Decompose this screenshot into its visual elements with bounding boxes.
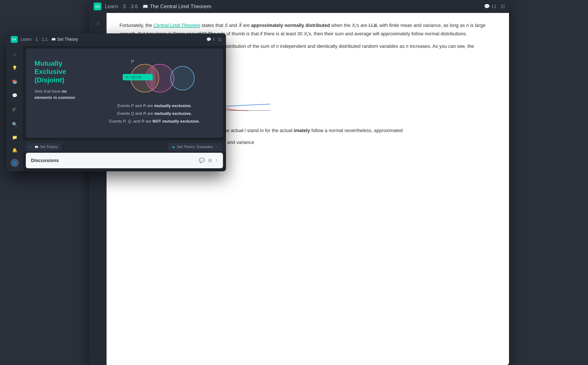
- event-desc-2: Events Q and R are mutually exclusive.: [109, 110, 200, 117]
- sidebar-item-grade[interactable]: 🎓: [10, 105, 19, 113]
- main-logo: CA: [11, 36, 18, 43]
- main-sep3: ·: [49, 37, 50, 42]
- lesson-subtitle-prefix: Sets that have: [34, 89, 62, 93]
- event-desc-1: Events P and R are mutually exclusive.: [109, 102, 200, 110]
- sidebar-item-home[interactable]: ⌂: [10, 50, 19, 58]
- bg-title: The Central Limit Theorem: [150, 3, 211, 9]
- main-learn-label[interactable]: Learn: [21, 37, 32, 42]
- bg-num: 3: [123, 3, 126, 9]
- sidebar-folder[interactable]: 📁: [10, 133, 19, 141]
- venn-label-p: P: [131, 59, 134, 64]
- event-descriptions: Events P and R are mutually exclusive. E…: [109, 102, 200, 125]
- main-num1: 1: [35, 37, 38, 42]
- user-avatar[interactable]: 👤: [11, 159, 19, 167]
- bg-titlebar: CA Learn · 3 · 3.6 · 📖 The Central Limit…: [89, 0, 509, 13]
- discussions-panel: Discussions 💬 ⊞ ↑: [26, 153, 223, 168]
- main-window: CA Learn · 1 · 1.1 · 📖 Set Theory 💬 3 ⊡ …: [7, 33, 226, 171]
- bg-sep1: ·: [120, 3, 121, 9]
- comment-count: 3: [212, 37, 215, 42]
- nav-prev-button[interactable]: ← 📖 Set Theory: [26, 143, 61, 151]
- lesson-left: Mutually Exclusive (Disjoint) Sets that …: [26, 49, 86, 138]
- main-layout-icon[interactable]: ⊡: [218, 37, 222, 42]
- bg-actions: 💬 11 ⊡: [484, 4, 505, 9]
- bg-comment-icon[interactable]: 💬 11: [484, 4, 497, 9]
- main-num2: 1.1: [41, 37, 47, 42]
- event-desc-3: Events P, Q, and R are NOT mutually excl…: [109, 117, 200, 125]
- sidebar-search[interactable]: 🔍: [10, 120, 19, 129]
- nav-next-icon: →: [215, 145, 218, 149]
- bg-book-icon: 📖: [143, 4, 148, 9]
- svg-text:P ∩ Q ≠ ∅: P ∩ Q ≠ ∅: [126, 75, 141, 79]
- nav-prev-book-icon: 📖: [35, 145, 38, 149]
- main-actions: 💬 3 ⊡: [206, 37, 222, 42]
- main-titlebar: CA Learn · 1 · 1.1 · 📖 Set Theory 💬 3 ⊡: [7, 33, 226, 45]
- discussions-comment-icon[interactable]: 💬: [199, 158, 205, 163]
- sidebar-bottom: 🔍 📁 🔔 👤: [10, 120, 19, 167]
- main-sep2: ·: [39, 37, 41, 42]
- bg-section: 3.6: [131, 3, 138, 9]
- main-title-icon-book: 📖: [51, 37, 56, 41]
- nav-prev-label: Set Theory: [40, 145, 58, 149]
- lesson-subtitle: Sets that have no elements in common: [34, 88, 80, 101]
- nav-prev-icon: ←: [29, 145, 33, 149]
- discussions-actions: 💬 ⊞ ↑: [199, 158, 218, 163]
- comment-icon: 💬: [206, 37, 211, 42]
- bg-logo: CA: [94, 3, 101, 10]
- main-breadcrumb: Learn · 1 · 1.1 · 📖 Set Theory: [21, 37, 78, 42]
- lesson-right: P P ∩ Q ≠ ∅: [86, 49, 223, 138]
- discussions-title: Discussions: [31, 158, 59, 163]
- sidebar-item-practice[interactable]: 📚: [10, 77, 19, 86]
- bg-sidebar-home[interactable]: ⌂: [93, 18, 103, 28]
- discussions-grid-icon[interactable]: ⊞: [208, 158, 212, 163]
- bg-sep2: ·: [128, 3, 129, 9]
- bg-layout-icon[interactable]: ⊡: [501, 4, 505, 9]
- discussions-share-icon[interactable]: ↑: [216, 158, 218, 163]
- main-comment-badge[interactable]: 💬 3: [206, 37, 215, 42]
- svg-point-5: [171, 66, 194, 90]
- sidebar-notifications[interactable]: 🔔: [10, 146, 19, 154]
- lesson-title: Mutually Exclusive (Disjoint): [34, 59, 80, 84]
- sidebar-item-discuss[interactable]: 💬: [10, 91, 19, 100]
- nav-next-button[interactable]: ▶ Set Theory: Examples →: [168, 143, 223, 151]
- nav-next-play-icon: ▶: [173, 145, 175, 149]
- bg-sep3: ·: [140, 3, 141, 9]
- bg-breadcrumb: Learn · 3 · 3.6 · 📖 The Central Limit Th…: [105, 3, 211, 9]
- nav-bar: ← 📖 Set Theory ▶ Set Theory: Examples →: [23, 141, 226, 153]
- main-sep1: ·: [33, 37, 34, 42]
- main-sidebar: ⌂ 💡 📚 💬 🎓 🔍 📁 🔔 👤: [7, 45, 23, 171]
- main-content: Mutually Exclusive (Disjoint) Sets that …: [23, 45, 226, 171]
- main-title: Set Theory: [57, 37, 78, 42]
- nav-next-label: Set Theory: Examples: [177, 145, 213, 149]
- venn-svg: P ∩ Q ≠ ∅: [114, 61, 196, 93]
- venn-diagram: P P ∩ Q ≠ ∅: [114, 61, 196, 95]
- lesson-card: Mutually Exclusive (Disjoint) Sets that …: [26, 49, 223, 138]
- sidebar-item-learn[interactable]: 💡: [10, 63, 19, 72]
- bg-learn-label[interactable]: Learn: [105, 3, 118, 9]
